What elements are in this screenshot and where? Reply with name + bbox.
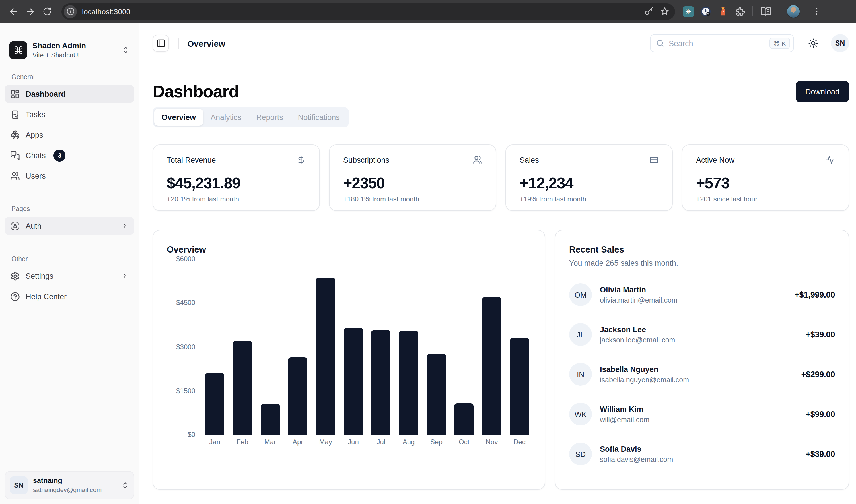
tab-overview[interactable]: Overview (154, 109, 203, 126)
org-switcher[interactable]: Shadcn Admin Vite + ShadcnUI (4, 36, 134, 64)
forward-button[interactable] (22, 3, 39, 20)
sale-amount: +$99.00 (806, 410, 835, 419)
tabs-list: Overview Analytics Reports Notifications (153, 107, 349, 127)
tab-reports[interactable]: Reports (249, 109, 291, 126)
section-label-general: General (4, 73, 134, 80)
extension-snowflake-icon[interactable]: ✳ (683, 6, 694, 17)
browser-menu-icon[interactable] (812, 7, 821, 16)
sidebar-user-button[interactable]: SN satnaing satnaingdev@gmail.com (4, 471, 134, 500)
sidebar-item-dashboard[interactable]: Dashboard (4, 85, 134, 103)
avatar: WK (569, 403, 592, 426)
bar-dec (508, 259, 531, 435)
address-bar[interactable]: localhost:3000 (62, 3, 675, 20)
sidebar-item-tasks[interactable]: Tasks (4, 105, 134, 123)
sidebar-toggle-button[interactable] (153, 35, 169, 52)
x-tick: Oct (453, 438, 475, 446)
x-tick: Sep (425, 438, 448, 446)
stat-change: +20.1% from last month (167, 195, 305, 203)
x-tick: Apr (286, 438, 309, 446)
theme-toggle-button[interactable] (808, 38, 818, 48)
stat-change: +19% from last month (520, 195, 659, 203)
stat-card-subscriptions: Subscriptions +2350 +180.1% from last mo… (329, 144, 496, 211)
download-button[interactable]: Download (796, 81, 849, 102)
stat-card-sales: Sales +12,234 +19% from last month (505, 144, 673, 211)
avatar: JL (569, 323, 592, 346)
dashboard-icon (10, 89, 20, 99)
bar-nov (480, 259, 503, 435)
extension-lighthouse-icon[interactable] (718, 6, 729, 17)
password-key-icon[interactable] (644, 7, 653, 16)
reading-list-icon[interactable] (761, 6, 771, 17)
tab-notifications[interactable]: Notifications (291, 109, 347, 126)
sidebar-item-auth[interactable]: Auth (4, 217, 134, 235)
header-divider (178, 38, 179, 49)
activity-icon (826, 155, 835, 164)
user-avatar: SN (10, 476, 28, 494)
y-tick: $3000 (176, 343, 195, 351)
bar-sep (425, 259, 448, 435)
stat-value: +573 (696, 175, 835, 192)
y-tick: $0 (188, 431, 195, 438)
sidebar: Shadcn Admin Vite + ShadcnUI General Das… (0, 23, 139, 504)
stat-title: Sales (520, 156, 539, 164)
stat-card-total-revenue: Total Revenue $45,231.89 +20.1% from las… (153, 144, 320, 211)
overview-chart-card: Overview $6000$4500$3000$1500$0 JanFebMa… (153, 230, 545, 490)
reload-button[interactable] (39, 3, 56, 20)
chevron-right-icon (121, 272, 129, 280)
recent-sales-card: Recent Sales You made 265 sales this mon… (555, 230, 849, 490)
bookmark-star-icon[interactable] (660, 7, 669, 16)
sidebar-item-chats[interactable]: Chats 3 (4, 146, 134, 164)
extension-1password-icon[interactable] (700, 6, 712, 17)
packages-icon (10, 130, 20, 140)
url-text[interactable]: localhost:3000 (82, 7, 637, 16)
sale-email: jackson.lee@email.com (600, 335, 798, 344)
browser-profile-avatar[interactable] (787, 4, 800, 18)
search-placeholder: Search (669, 39, 769, 48)
org-subtitle: Vite + ShadcnUI (32, 51, 117, 59)
chart-bars (203, 259, 531, 435)
toolbar-divider (779, 6, 779, 17)
avatar: OM (569, 283, 592, 306)
extensions-puzzle-icon[interactable] (735, 6, 745, 17)
bar-may (314, 259, 337, 435)
command-logo-icon (9, 41, 27, 59)
sidebar-item-users[interactable]: Users (4, 167, 134, 185)
sale-row: IN Isabella Nguyen isabella.nguyen@email… (569, 363, 835, 386)
back-button[interactable] (4, 3, 22, 20)
users-icon (473, 155, 482, 164)
sidebar-item-label: Settings (25, 272, 53, 280)
sale-email: sofia.davis@email.com (600, 455, 798, 464)
extensions-row: ✳ (683, 4, 821, 18)
tab-analytics[interactable]: Analytics (203, 109, 249, 126)
sale-amount: +$299.00 (801, 370, 835, 379)
sale-name: Sofia Davis (600, 444, 798, 454)
x-tick: Dec (508, 438, 531, 446)
bar-chart: $6000$4500$3000$1500$0 JanFebMarAprMayJu… (167, 259, 531, 446)
sale-email: isabella.nguyen@email.com (600, 375, 793, 384)
help-circle-icon (10, 291, 20, 301)
chart-months: JanFebMarAprMayJunJulAugSepOctNovDec (203, 438, 531, 446)
sidebar-item-help-center[interactable]: Help Center (4, 287, 134, 305)
sale-row: SD Sofia Davis sofia.davis@email.com +$3… (569, 443, 835, 465)
sidebar-item-apps[interactable]: Apps (4, 126, 134, 144)
sidebar-item-label: Users (25, 172, 46, 180)
profile-avatar[interactable]: SN (831, 34, 849, 52)
search-input[interactable]: Search ⌘ K (650, 34, 794, 52)
sidebar-item-settings[interactable]: Settings (4, 267, 134, 285)
bar-oct (453, 259, 475, 435)
sale-email: olivia.martin@email.com (600, 295, 787, 305)
avatar: IN (569, 363, 592, 386)
app-header: Overview Search ⌘ K SN (153, 23, 849, 64)
y-tick: $1500 (176, 387, 195, 395)
site-info-icon[interactable] (64, 5, 77, 18)
users-icon (10, 171, 20, 181)
user-email: satnaingdev@gmail.com (33, 486, 116, 494)
x-tick: Nov (480, 438, 503, 446)
gear-icon (10, 271, 20, 281)
sidebar-item-label: Tasks (25, 110, 45, 119)
sale-amount: +$39.00 (806, 449, 835, 458)
recent-sales-list: OM Olivia Martin olivia.martin@email.com… (569, 283, 835, 465)
bar-mar (259, 259, 282, 435)
chart-yaxis: $6000$4500$3000$1500$0 (167, 259, 203, 435)
checklist-icon (10, 109, 20, 119)
